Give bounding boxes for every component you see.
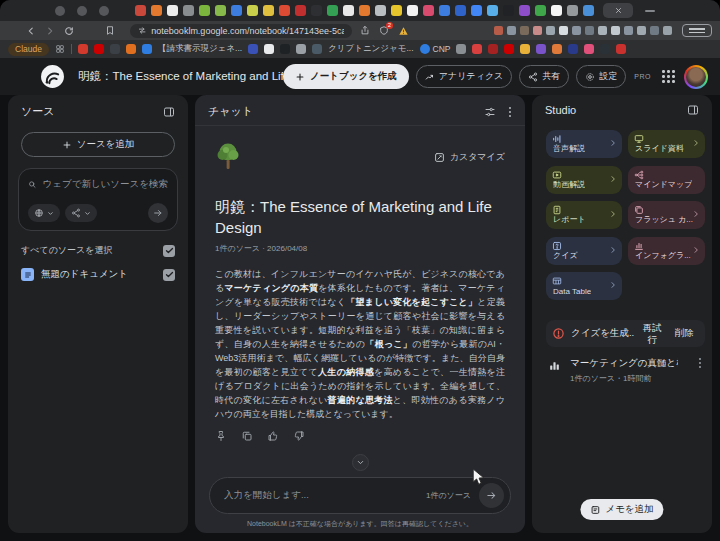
bookmark-item-label: CNP (433, 44, 451, 54)
table-icon (552, 276, 562, 286)
scroll-to-bottom-button[interactable] (352, 454, 369, 471)
delete-button[interactable]: 削除 (675, 327, 694, 340)
mindmap-card[interactable]: マインドマップ (628, 166, 705, 194)
search-icon (28, 179, 36, 190)
back-icon[interactable] (26, 26, 36, 36)
thumbs-down-icon[interactable] (293, 430, 305, 442)
web-source-search[interactable]: ウェブで新しいソースを検索 (18, 168, 178, 231)
site-settings-icon[interactable] (138, 26, 146, 35)
notebooklm-header: 明鏡：The Essence of Marketing and Life Des… (0, 58, 720, 95)
extension-icons[interactable] (494, 26, 672, 35)
warning-extension-icon[interactable] (398, 26, 409, 36)
create-notebook-button[interactable]: ノートブックを作成 (283, 64, 409, 89)
apps-shortcut-icon[interactable] (55, 44, 65, 54)
browser-menu-button[interactable] (682, 24, 712, 37)
analytics-button[interactable]: アナリティクス (416, 65, 512, 88)
minimize-window-button[interactable] (77, 6, 87, 16)
search-submit-button[interactable] (148, 203, 168, 223)
pro-badge: PRO (634, 73, 651, 80)
collapse-panel-icon[interactable] (163, 106, 175, 118)
pinned-tabs[interactable] (135, 5, 594, 16)
notebooklm-logo-icon[interactable] (40, 64, 65, 89)
divider (71, 44, 72, 54)
chat-input-placeholder[interactable]: 入力を開始します... (224, 489, 418, 502)
error-icon (552, 327, 565, 340)
search-placeholder[interactable]: ウェブで新しいソースを検索 (42, 178, 168, 191)
bookmark-sidebar-icon[interactable] (105, 25, 115, 36)
pin-note-icon[interactable] (215, 430, 227, 442)
chevron-right-icon[interactable] (609, 175, 617, 183)
data-table-card[interactable]: Data Table (546, 272, 622, 300)
more-options-icon[interactable] (698, 357, 702, 369)
close-icon[interactable] (615, 7, 622, 14)
collapse-panel-icon[interactable] (687, 104, 699, 116)
generated-item[interactable]: マーケティングの真髄と根っ... 1件のソース・1時間前 (548, 357, 702, 384)
url-text[interactable]: notebooklm.google.com/notebook/147143ee-… (151, 26, 344, 36)
chevron-right-icon[interactable] (609, 246, 617, 254)
profile-chip[interactable]: Claude (8, 43, 49, 56)
chevron-right-icon[interactable] (609, 281, 617, 289)
card-label: スライド資料 (635, 143, 684, 154)
window-controls[interactable] (55, 6, 109, 16)
chat-messages[interactable]: カスタマイズ 明鏡：The Essence of Marketing and L… (195, 126, 525, 447)
chevron-right-icon[interactable] (609, 210, 617, 218)
close-window-button[interactable] (55, 6, 65, 16)
source-checkbox[interactable] (163, 269, 175, 281)
bookmark-favicons[interactable] (456, 44, 626, 54)
retry-button[interactable]: 再試行 (640, 322, 664, 346)
chat-settings-icon[interactable] (484, 106, 496, 118)
bookmark-favicons[interactable] (248, 44, 322, 54)
quiz-card[interactable]: クイズ (546, 237, 622, 265)
share-page-icon[interactable] (360, 25, 370, 36)
customize-button[interactable]: カスタマイズ (434, 151, 505, 164)
card-label: インフォグラ... (635, 250, 691, 261)
audio-overview-card[interactable]: 音声解説 (546, 130, 622, 158)
source-list-item[interactable]: 無題のドキュメント (21, 268, 175, 281)
notebook-summary-meta: 1件のソース · 2026/04/08 (215, 243, 505, 254)
add-note-button[interactable]: メモを追加 (580, 499, 663, 520)
add-note-label: メモを追加 (605, 503, 653, 516)
chevron-right-icon[interactable] (692, 246, 700, 254)
web-filter-dropdown[interactable] (28, 204, 60, 222)
avatar[interactable] (684, 65, 708, 89)
share-label: 共有 (542, 70, 560, 83)
source-type-dropdown[interactable] (65, 204, 97, 222)
studio-panel: Studio 音声解説 スライド資料 動画解説 (532, 95, 712, 533)
send-button[interactable] (479, 483, 504, 508)
share-button[interactable]: 共有 (519, 65, 569, 88)
adblock-shield-icon[interactable]: 2 (379, 25, 389, 36)
chevron-right-icon[interactable] (609, 139, 617, 147)
active-tab[interactable] (603, 3, 633, 18)
settings-button[interactable]: 設定 (576, 65, 626, 88)
zoom-window-button[interactable] (99, 6, 109, 16)
url-bar[interactable]: notebooklm.google.com/notebook/147143ee-… (130, 24, 352, 38)
globe-icon (34, 208, 44, 218)
thumbs-up-icon[interactable] (267, 430, 279, 442)
bookmark-item-cnp[interactable]: CNP (420, 44, 451, 54)
video-overview-card[interactable]: 動画解説 (546, 166, 622, 194)
slides-card[interactable]: スライド資料 (628, 130, 705, 158)
chevron-right-icon[interactable] (692, 139, 700, 147)
chat-input[interactable]: 入力を開始します... 1件のソース (209, 477, 511, 514)
tab-strip (0, 0, 720, 21)
chevron-right-icon[interactable] (692, 210, 700, 218)
select-all-checkbox[interactable] (163, 245, 175, 257)
reload-icon[interactable] (64, 26, 74, 36)
copy-icon[interactable] (241, 430, 253, 442)
google-apps-icon[interactable] (662, 70, 675, 83)
bookmark-item[interactable]: 【請求書示現ジェネ... (158, 43, 242, 55)
reports-card[interactable]: レポート (546, 201, 622, 229)
flashcards-card[interactable]: フラッシュ カ... (628, 201, 705, 229)
notebook-title: 明鏡：The Essence of Marketing and Life Des… (78, 69, 283, 84)
forward-icon[interactable] (45, 26, 55, 36)
add-source-button[interactable]: ソースを追加 (21, 132, 175, 157)
new-tab-button[interactable] (645, 10, 655, 12)
more-options-icon[interactable] (508, 106, 512, 118)
generated-item-title: マーケティングの真髄と根っ... (570, 357, 678, 370)
bookmark-favicons[interactable] (78, 44, 152, 54)
notebook-summary-title: 明鏡：The Essence of Marketing and Life Des… (215, 196, 505, 238)
infographic-card[interactable]: インフォグラ... (628, 237, 705, 265)
main-content: ソース ソースを追加 ウェブで新しいソースを検索 (0, 95, 720, 541)
bookmark-item[interactable]: クリプトニンジャモ... (328, 43, 413, 55)
cnp-favicon (420, 44, 430, 54)
